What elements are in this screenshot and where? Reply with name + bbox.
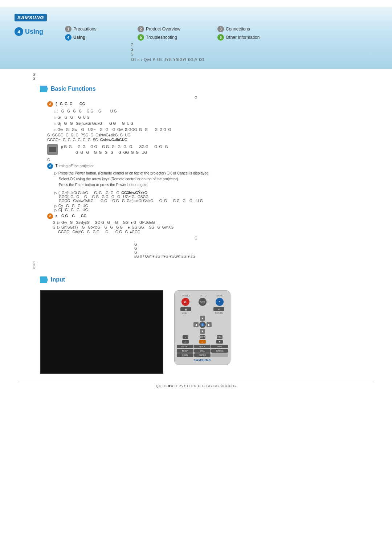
nav-item-using-sub[interactable]: 4 Using: [65, 34, 138, 41]
nav-num-6: 6: [217, 34, 224, 41]
nav-item-connections[interactable]: 3 Connections: [217, 26, 290, 32]
source-button[interactable]: SOURCE: [211, 349, 228, 353]
middle-btn-row: ◁ ↵ ▼: [177, 340, 228, 344]
nav-item-precautions[interactable]: 1 Precautions: [65, 26, 138, 32]
mute-button[interactable]: ✕: [216, 298, 224, 306]
num-circle-2: 2: [47, 101, 53, 107]
sub-item-gw: Gw G Gw G UG~ G G G Gw G GOG G G G G G G: [54, 127, 374, 132]
projector-screen: [40, 290, 163, 374]
nav-num-3: 3: [217, 26, 224, 32]
g-row-2: GGGG~GGGGGGSGGshtwG♠lkGUG: [47, 138, 374, 142]
nav-item-troubleshooting[interactable]: 5 Troubleshooting: [138, 34, 217, 41]
nav-num-5: 5: [138, 34, 144, 41]
menu-return-labels: MENU RETURN: [177, 312, 228, 314]
vol-row: + EXIT VOL: [177, 335, 228, 339]
menu-label: MENU: [182, 312, 187, 314]
g-row-1: GGGGGGGGPSGGGshtwG♠slkGGUG: [47, 133, 374, 137]
sub-item-gcurly: G{ G G G U G: [54, 115, 374, 120]
g-block-2: ▷ { Gz{hukGi GslkG G G G G G GG3htwGŸ♠kG…: [54, 191, 374, 203]
nav-num-2: 2: [138, 26, 144, 32]
dpad-left[interactable]: ◀: [193, 322, 199, 327]
instructions-block: ▷ Press the Power button. (Remote contro…: [54, 171, 374, 188]
mute-label: MUTE: [217, 295, 223, 297]
install-button[interactable]: INSTALL: [177, 345, 193, 348]
plus-button[interactable]: +: [183, 335, 188, 339]
pmode-button[interactable]: P.MODE: [194, 353, 211, 357]
item-row-z: 2 z G G G GG: [47, 213, 374, 219]
samsung-logo: SAMSUNG: [15, 14, 47, 21]
enter-button[interactable]: ↵: [199, 340, 206, 344]
back-button[interactable]: ◁: [182, 340, 189, 344]
dpad-right[interactable]: ▶: [207, 322, 212, 327]
image-caption: p G G G G G G G G G G G G SG G G G G G G…: [61, 144, 168, 156]
bottom-g-2: G: [33, 265, 374, 269]
g-lines-bottom: G G G £G s / Qwf ¥ £G ¡f¥G ¥f£G¥f¡£G¡¥ £…: [134, 242, 374, 258]
psize-button[interactable]: P.SIZE: [177, 353, 193, 357]
g-row-z2: G ▷ Gh}SGzT} G GoktpG G G G G ♠ GG GG SG…: [53, 225, 374, 229]
exit-button[interactable]: EXIT: [200, 335, 205, 339]
auto-label: AUTO: [200, 295, 207, 297]
instruction-1: ▷ Press the Power button. (Remote contro…: [54, 171, 374, 176]
g-row-z3: GGGG GwjYG G G G G G G G ♠GGG: [58, 230, 374, 234]
top-g-1: G: [33, 73, 374, 77]
section-title-basic: Basic Functions: [51, 86, 96, 92]
nav-num-1: 1: [65, 26, 72, 32]
sub-item-j: j G G G G G G G U G: [54, 108, 374, 114]
remote-brand-label: SAMSUNG: [177, 358, 228, 362]
g-row-z1: G ▷ Gw G GzvIyjIG GO G G G GG ♠ G GPUG♠G: [53, 221, 374, 225]
turning-off-item: 2 Turning off the projector: [47, 163, 374, 169]
basic-functions-heading: Basic Functions: [40, 86, 374, 92]
dpad-up[interactable]: ▲: [200, 316, 205, 321]
breadcrumb: £G s / Qwf ¥ £G ¡f¥G ¥f£G¥f¡£G¡¥ £G: [131, 58, 377, 62]
instruction-3: Press the Enter button or press the Powe…: [59, 182, 374, 188]
remote-control: POWER AUTO MUTE ⏻ AUTO ✕ ▦ ↩: [174, 290, 232, 365]
info-button[interactable]: INFO: [211, 345, 228, 348]
section-icon-input: [40, 276, 48, 283]
vol-button[interactable]: VOL: [217, 335, 222, 339]
nav-item-using-active[interactable]: 4 Using: [15, 27, 43, 36]
nav-item-product-overview[interactable]: 2 Product Overview: [138, 26, 217, 32]
instruction-2: Select OK using the arrow keys (Remote c…: [59, 176, 374, 182]
input-heading: Input: [40, 276, 374, 283]
page-wrapper: SAMSUNG 4 Using 1 Precautions 2 Product: [0, 0, 392, 554]
sub-item-gj: Gj G G Gz{hukGi GslkG G G G U G: [54, 121, 374, 126]
g-line-2: G: [131, 48, 377, 52]
down2-button[interactable]: ▼: [216, 340, 223, 344]
section-title-input: Input: [51, 276, 65, 283]
dpad-down[interactable]: ▼: [200, 329, 205, 334]
remote-top-row: POWER AUTO MUTE: [177, 295, 228, 297]
top-g-2: G: [33, 77, 374, 81]
num-circle-turning: 2: [47, 163, 53, 169]
footer-bar: QGj G ■w O PVz O PG G G GG GG ©GGG G: [18, 381, 374, 391]
item-row-1: 2 { G G G GG: [47, 101, 374, 107]
power-button[interactable]: ⏻: [181, 298, 189, 306]
footer-text: QGj G ■w O PVz O PG G G GG GG ©GGG G: [156, 384, 236, 388]
empty-button: [211, 353, 228, 357]
blank-button[interactable]: BLANK: [177, 349, 193, 353]
header: SAMSUNG 4 Using 1 Precautions 2 Product: [0, 7, 392, 69]
g-center-2: G: [18, 236, 374, 240]
remote-body: POWER AUTO MUTE ⏻ AUTO ✕ ▦ ↩: [174, 290, 230, 365]
dpad-center[interactable]: ⊙: [199, 321, 206, 328]
remote-btn-row2: ▦ ↩: [177, 307, 228, 311]
content-area: G G Basic Functions G 2 { G G G GG j G G…: [0, 69, 392, 398]
g-spacer-1: G: [47, 158, 374, 162]
menu-button[interactable]: ▦: [180, 307, 191, 311]
auto-button[interactable]: AUTO: [199, 298, 207, 306]
still-button[interactable]: STILL: [194, 349, 211, 353]
power-label: POWER: [182, 295, 190, 297]
return-label: RETURN: [215, 312, 223, 314]
num-circle-z: 2: [47, 213, 53, 219]
bottom-g-1: G: [33, 261, 374, 265]
section-icon-basic: [40, 86, 48, 92]
g-block-3: ▷ Gy G G G UG ▷ Gj G G G UG: [54, 204, 374, 212]
return-button[interactable]: ↩: [213, 307, 224, 311]
g-center: G: [18, 96, 374, 100]
nav-item-other-info[interactable]: 6 Other Information: [217, 34, 290, 41]
g-line-3: G: [131, 52, 377, 56]
g-line-1: G: [131, 43, 377, 47]
nav-num-4b: 4: [65, 34, 72, 41]
quick-button[interactable]: QUICK: [194, 345, 211, 348]
image-area: POWER AUTO MUTE ⏻ AUTO ✕ ▦ ↩: [40, 290, 352, 374]
dpad: ▲ ▼ ◀ ▶ ⊙: [193, 316, 212, 334]
